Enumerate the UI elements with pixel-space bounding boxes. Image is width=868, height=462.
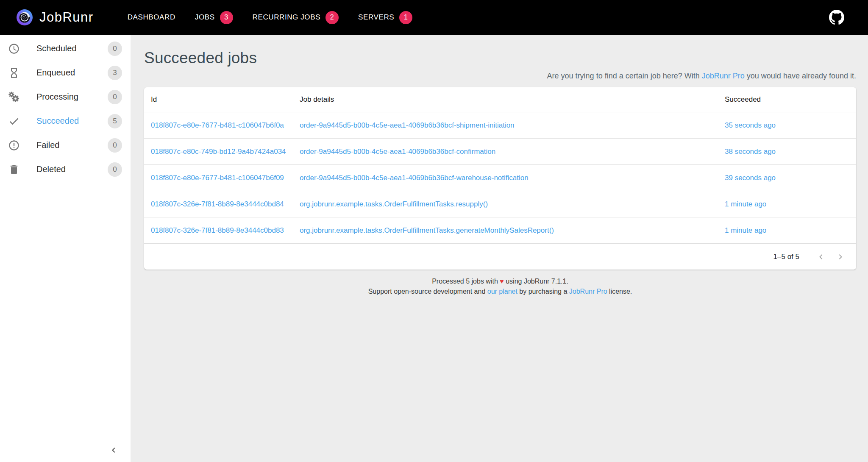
table-header-row: Id Job details Succeeded xyxy=(144,87,856,112)
table-row: 018f807c-326e-7f81-8b89-8e3444c0bd83 org… xyxy=(144,217,856,243)
job-id-link[interactable]: 018f807c-326e-7f81-8b89-8e3444c0bd84 xyxy=(151,200,284,208)
job-details-link[interactable]: org.jobrunr.example.tasks.OrderFulfillme… xyxy=(300,200,488,208)
sidebar-label-failed: Failed xyxy=(36,140,108,150)
table-row: 018f807c-326e-7f81-8b89-8e3444c0bd84 org… xyxy=(144,191,856,217)
pro-hint-post: you would have already found it. xyxy=(745,72,856,80)
jobrunr-pro-hint-link[interactable]: JobRunr Pro xyxy=(702,72,745,80)
sidebar-label-enqueued: Enqueued xyxy=(36,68,108,78)
chevron-right-icon xyxy=(835,252,846,262)
sidebar-item-enqueued[interactable]: Enqueued 3 xyxy=(0,61,131,85)
github-icon xyxy=(829,10,844,25)
column-header-id: Id xyxy=(144,95,293,104)
table-row: 018f807c-e80e-7677-b481-c106047b6f0a ord… xyxy=(144,112,856,138)
chevron-left-icon xyxy=(816,252,826,262)
brand-name: JobRunr xyxy=(39,10,94,25)
main-content: Succeeded jobs Are you trying to find a … xyxy=(131,35,868,462)
chevron-left-icon xyxy=(108,445,119,455)
sidebar-label-processing: Processing xyxy=(36,92,108,102)
table-row: 018f807c-e80c-749b-bd12-9a4b7424a034 ord… xyxy=(144,138,856,164)
sidebar-label-scheduled: Scheduled xyxy=(36,44,108,53)
job-succeeded-link[interactable]: 1 minute ago xyxy=(725,200,766,208)
pagination-range: 1–5 of 5 xyxy=(773,253,799,261)
job-details-link[interactable]: order-9a9445d5-b00b-4c5e-aea1-4069b6b36b… xyxy=(300,174,529,182)
job-succeeded-link[interactable]: 38 seconds ago xyxy=(725,148,776,156)
scheduled-count-badge: 0 xyxy=(108,42,122,56)
sidebar-item-scheduled[interactable]: Scheduled 0 xyxy=(0,36,131,61)
servers-count-badge: 1 xyxy=(399,11,412,24)
footer-line2: Support open-source development and our … xyxy=(144,287,856,297)
page-title: Succeeded jobs xyxy=(144,49,856,67)
job-succeeded-link[interactable]: 39 seconds ago xyxy=(725,174,776,182)
nav-jobs-label: JOBS xyxy=(195,13,215,22)
sidebar-item-failed[interactable]: Failed 0 xyxy=(0,133,131,157)
job-id-link[interactable]: 018f807c-e80e-7677-b481-c106047b6f0a xyxy=(151,121,284,129)
sidebar-item-deleted[interactable]: Deleted 0 xyxy=(0,157,131,181)
succeeded-jobs-card: Id Job details Succeeded 018f807c-e80e-7… xyxy=(144,87,856,270)
sidebar: Scheduled 0 Enqueued 3 xyxy=(0,35,131,462)
job-id-link[interactable]: 018f807c-e80e-7677-b481-c106047b6f09 xyxy=(151,174,284,182)
sidebar-item-succeeded[interactable]: Succeeded 5 xyxy=(0,109,131,133)
footer: Processed 5 jobs with ♥ using JobRunr 7.… xyxy=(144,276,856,297)
job-details-link[interactable]: order-9a9445d5-b00b-4c5e-aea1-4069b6b36b… xyxy=(300,148,495,156)
nav-recurring-jobs-label: RECURRING JOBS xyxy=(253,13,320,22)
failed-count-badge: 0 xyxy=(108,138,122,153)
column-header-job-details: Job details xyxy=(293,95,718,104)
pro-hint: Are you trying to find a certain job her… xyxy=(144,72,856,81)
brand-logo[interactable]: JobRunr xyxy=(16,9,94,26)
job-details-link[interactable]: org.jobrunr.example.tasks.OrderFulfillme… xyxy=(300,226,554,234)
succeeded-count-badge: 5 xyxy=(108,114,122,128)
enqueued-count-badge: 3 xyxy=(108,66,122,80)
deleted-count-badge: 0 xyxy=(108,162,122,177)
pagination-prev-button[interactable] xyxy=(811,247,831,267)
job-succeeded-link[interactable]: 35 seconds ago xyxy=(725,121,776,129)
sidebar-label-deleted: Deleted xyxy=(36,164,108,174)
sidebar-item-processing[interactable]: Processing 0 xyxy=(0,85,131,109)
pro-hint-pre: Are you trying to find a certain job her… xyxy=(547,72,702,80)
gears-icon xyxy=(8,91,20,103)
pagination-next-button[interactable] xyxy=(831,247,850,267)
github-link[interactable] xyxy=(829,10,844,25)
top-navbar: JobRunr DASHBOARD JOBS 3 RECURRING JOBS … xyxy=(0,0,868,35)
clock-icon xyxy=(8,43,20,55)
column-header-succeeded: Succeeded xyxy=(718,95,856,104)
job-succeeded-link[interactable]: 1 minute ago xyxy=(725,226,766,234)
our-planet-link[interactable]: our planet xyxy=(487,288,517,295)
hourglass-icon xyxy=(8,67,20,79)
nav-servers[interactable]: SERVERS 1 xyxy=(358,11,412,24)
jobrunr-pro-footer-link[interactable]: JobRunr Pro xyxy=(569,288,607,295)
table-row: 018f807c-e80e-7677-b481-c106047b6f09 ord… xyxy=(144,164,856,191)
nav-dashboard-label: DASHBOARD xyxy=(128,13,175,22)
trash-icon xyxy=(8,164,20,175)
recurring-jobs-count-badge: 2 xyxy=(326,11,339,24)
pagination: 1–5 of 5 xyxy=(144,243,856,270)
error-circle-icon xyxy=(8,139,20,151)
nav-recurring-jobs[interactable]: RECURRING JOBS 2 xyxy=(253,11,339,24)
main-nav: DASHBOARD JOBS 3 RECURRING JOBS 2 SERVER… xyxy=(128,11,413,24)
sidebar-label-succeeded: Succeeded xyxy=(36,116,108,126)
job-details-link[interactable]: order-9a9445d5-b00b-4c5e-aea1-4069b6b36b… xyxy=(300,121,515,129)
nav-dashboard[interactable]: DASHBOARD xyxy=(128,13,175,22)
jobrunr-spiral-icon xyxy=(16,9,33,26)
nav-servers-label: SERVERS xyxy=(358,13,394,22)
check-icon xyxy=(8,115,20,127)
footer-line1: Processed 5 jobs with ♥ using JobRunr 7.… xyxy=(144,276,856,287)
sidebar-collapse-button[interactable] xyxy=(107,443,120,457)
processing-count-badge: 0 xyxy=(108,90,122,104)
nav-jobs[interactable]: JOBS 3 xyxy=(195,11,233,24)
jobs-count-badge: 3 xyxy=(220,11,233,24)
heart-icon: ♥ xyxy=(500,278,504,285)
job-id-link[interactable]: 018f807c-326e-7f81-8b89-8e3444c0bd83 xyxy=(151,226,284,234)
job-id-link[interactable]: 018f807c-e80c-749b-bd12-9a4b7424a034 xyxy=(151,148,286,156)
